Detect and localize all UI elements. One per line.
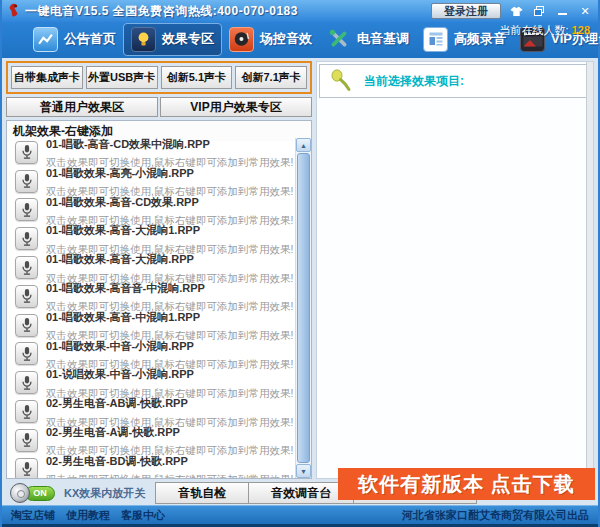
nav-label: 电音基调 [357, 30, 409, 48]
titlebar-controls: 登录注册 ✕ [431, 3, 593, 19]
main-area: 自带集成声卡 外置USB声卡 创新5.1声卡 创新7.1声卡 普通用户效果区 V… [2, 58, 598, 481]
company-credit: 河北省张家口酣艾奇商贸有限公司出品 [402, 508, 589, 523]
effect-title: 01-说唱效果-中音-小混响.RPP [46, 368, 194, 380]
mic-icon [15, 170, 38, 193]
close-button[interactable]: ✕ [577, 4, 593, 18]
effect-title: 01-唱歌效果-高音-大混响.RPP [46, 253, 194, 265]
effect-title: 02-男生电音-AB调-快歌.RPP [46, 397, 188, 409]
app-window: 一键电音V15.5 全国免费咨询热线:400-070-0183 登录注册 ✕ 当… [0, 0, 600, 527]
scrollbar-thumb[interactable] [297, 153, 310, 463]
app-logo-icon [7, 3, 21, 19]
effect-title: 01-唱歌效果-高音-大混响1.RPP [46, 224, 200, 236]
soundcard-group: 自带集成声卡 外置USB声卡 创新5.1声卡 创新7.1声卡 [6, 61, 312, 94]
document-icon [423, 27, 448, 52]
scroll-up-icon[interactable]: ▲ [296, 138, 311, 152]
tab-normal-user[interactable]: 普通用户效果区 [6, 97, 158, 117]
statusbar: 淘宝店铺 使用教程 客服中心 河北省张家口酣艾奇商贸有限公司出品 [2, 505, 598, 527]
soundcard-71-button[interactable]: 创新7.1声卡 [235, 66, 307, 89]
effect-title: 01-唱歌效果-高音音-中混响.RPP [46, 282, 205, 294]
mic-icon [15, 342, 38, 365]
titlebar: 一键电音V15.5 全国免费咨询热线:400-070-0183 登录注册 ✕ [2, 0, 598, 22]
minimize-button[interactable] [554, 4, 570, 18]
taobao-shop-link[interactable]: 淘宝店铺 [11, 508, 55, 523]
tools-icon [326, 27, 351, 52]
skin-icon[interactable] [508, 4, 524, 18]
nav-announcements[interactable]: 公告首页 [26, 24, 123, 55]
online-counter: 当前在线人数:128 [500, 23, 590, 38]
mic-icon [15, 314, 38, 337]
mic-icon [15, 227, 38, 250]
soundcard-51-button[interactable]: 创新5.1声卡 [161, 66, 233, 89]
nav-label: 公告首页 [64, 30, 116, 48]
chart-icon [33, 27, 58, 52]
mic-icon [15, 400, 38, 423]
kx-toggle[interactable]: ON [10, 483, 55, 503]
mic-icon [15, 198, 38, 221]
mic-icon [15, 458, 38, 478]
nav-scene-sound[interactable]: 场控音效 [222, 24, 319, 55]
track-selfcheck-button[interactable]: 音轨自检 [155, 482, 249, 504]
restore-icon[interactable] [531, 4, 547, 18]
nav-effects-zone[interactable]: 效果专区 [123, 23, 222, 56]
tutorial-link[interactable]: 使用教程 [66, 508, 110, 523]
effect-title: 01-唱歌效果-中音-小混响.RPP [46, 340, 194, 352]
effect-title: 02-男生电音-BD调-快歌.RPP [46, 455, 188, 467]
update-banner[interactable]: 软件有新版本 点击下载 [338, 468, 595, 500]
list-item[interactable]: 02-男生电音-BD调-快歌.RPP双击效果即可切换使用,鼠标右键即可添加到常用… [7, 455, 295, 478]
tab-vip-user[interactable]: VIP用户效果专区 [160, 97, 312, 117]
effect-title: 01-唱歌效果-高音-CD效果.RPP [46, 196, 199, 208]
current-selection-box: 当前选择效果项目: [319, 64, 591, 98]
effects-list-panel: 机架效果-右键添加 01-唱歌-高音-CD效果中混响.RPP双击效果即可切换使用… [6, 120, 312, 479]
green-mic-icon [329, 68, 355, 94]
left-column: 自带集成声卡 外置USB声卡 创新5.1声卡 创新7.1声卡 普通用户效果区 V… [6, 61, 312, 479]
effects-scrollbar[interactable]: ▲ ▼ [295, 138, 311, 478]
current-selection-label: 当前选择效果项目: [364, 73, 464, 90]
bulb-icon [131, 27, 156, 52]
nav-tone-base[interactable]: 电音基调 [319, 24, 416, 55]
kx-toggle-label: KX效果内放开关 [64, 486, 145, 501]
mic-icon [15, 256, 38, 279]
right-panel: 当前选择效果项目: [316, 61, 594, 479]
turntable-icon [229, 27, 254, 52]
cd-icon [10, 483, 30, 503]
online-count: 128 [572, 24, 590, 36]
customer-service-link[interactable]: 客服中心 [121, 508, 165, 523]
login-register-button[interactable]: 登录注册 [431, 3, 501, 19]
online-label: 当前在线人数: [500, 24, 569, 36]
mic-icon [15, 285, 38, 308]
nav-label: 场控音效 [260, 30, 312, 48]
effect-title: 02-男生电音-A调-快歌.RPP [46, 426, 180, 438]
mic-icon [15, 429, 38, 452]
soundcard-integrated-button[interactable]: 自带集成声卡 [11, 66, 83, 89]
app-title: 一键电音V15.5 全国免费咨询热线:400-070-0183 [25, 3, 298, 20]
nav-label: 效果专区 [162, 30, 214, 48]
mic-icon [15, 141, 38, 164]
effect-title: 01-唱歌效果-高亮-小混响.RPP [46, 167, 194, 179]
right-panel-scrollbar[interactable] [586, 62, 593, 478]
status-links: 淘宝店铺 使用教程 客服中心 [11, 508, 165, 523]
nav-hifi-recording[interactable]: 高频录音 [416, 24, 513, 55]
effect-title: 01-唱歌效果-高音-中混响1.RPP [46, 311, 200, 323]
mic-icon [15, 371, 38, 394]
effects-list: 01-唱歌-高音-CD效果中混响.RPP双击效果即可切换使用,鼠标右键即可添加到… [7, 138, 295, 478]
soundcard-usb-button[interactable]: 外置USB声卡 [86, 66, 158, 89]
effect-title: 01-唱歌-高音-CD效果中混响.RPP [46, 138, 210, 150]
nav-label: 高频录音 [454, 30, 506, 48]
user-tabs: 普通用户效果区 VIP用户效果专区 [6, 97, 312, 117]
effect-subtitle: 双击效果即可切换使用,鼠标右键即可添加到常用效果! [46, 473, 293, 478]
scroll-down-icon[interactable]: ▼ [296, 464, 311, 478]
